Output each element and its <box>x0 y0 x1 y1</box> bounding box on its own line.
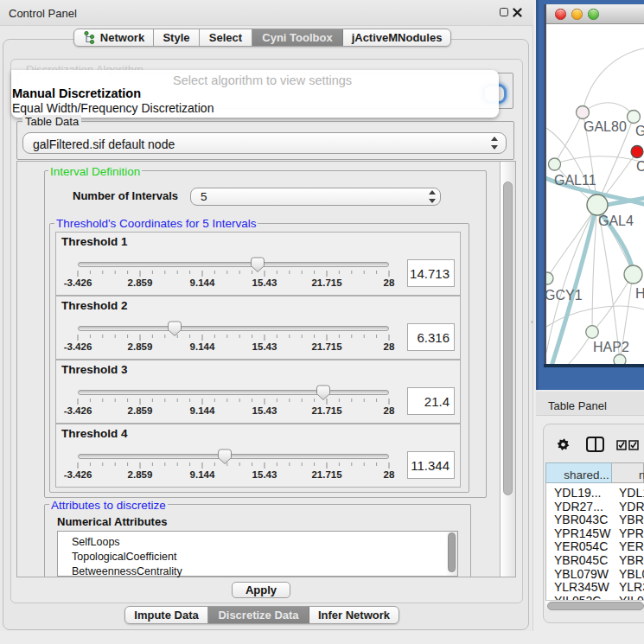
svg-text:GAL11: GAL11 <box>554 173 596 188</box>
svg-text:H: H <box>635 286 644 301</box>
svg-text:C: C <box>636 159 644 174</box>
svg-text:G.: G. <box>635 124 644 138</box>
svg-text:GAL80: GAL80 <box>583 119 627 134</box>
svg-text:HAP2: HAP2 <box>593 340 629 354</box>
svg-text:GCY1: GCY1 <box>546 288 583 303</box>
svg-text:GAL4: GAL4 <box>598 214 634 228</box>
